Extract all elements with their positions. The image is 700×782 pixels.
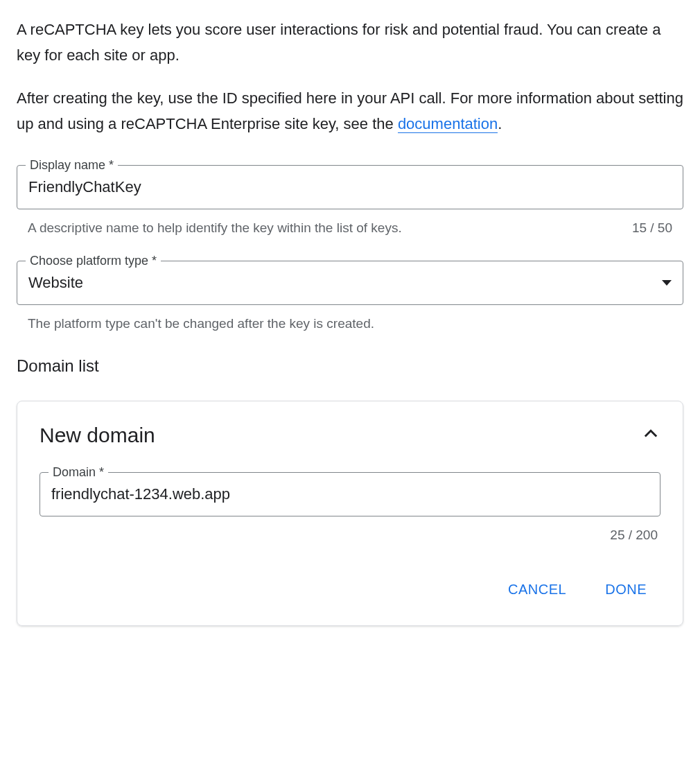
domain-label: Domain *	[49, 465, 108, 480]
documentation-link[interactable]: documentation	[398, 115, 498, 133]
platform-type-label: Choose platform type *	[26, 254, 161, 268]
platform-type-select[interactable]: Choose platform type * Website	[17, 261, 683, 305]
platform-type-value: Website	[28, 274, 83, 292]
display-name-field: Display name *	[17, 165, 683, 209]
domain-char-count: 25 / 200	[610, 528, 658, 543]
domain-field: Domain *	[40, 472, 660, 516]
platform-type-field: Choose platform type * Website	[17, 261, 683, 305]
display-name-label: Display name *	[26, 158, 118, 173]
display-name-char-count: 15 / 50	[632, 220, 672, 236]
domain-list-title: Domain list	[17, 356, 683, 376]
intro-paragraph-2: After creating the key, use the ID speci…	[17, 85, 683, 137]
chevron-up-icon[interactable]	[641, 424, 660, 446]
platform-type-helper: The platform type can't be changed after…	[28, 316, 672, 331]
cancel-button[interactable]: CANCEL	[505, 576, 569, 603]
new-domain-title: New domain	[40, 424, 155, 447]
intro-text: A reCAPTCHA key lets you score user inte…	[17, 17, 683, 137]
dropdown-icon	[662, 280, 672, 286]
domain-input[interactable]	[51, 485, 649, 503]
display-name-input[interactable]	[28, 178, 672, 196]
display-name-helper: A descriptive name to help identify the …	[28, 220, 621, 236]
intro-paragraph-1: A reCAPTCHA key lets you score user inte…	[17, 17, 683, 69]
done-button[interactable]: DONE	[602, 576, 649, 603]
new-domain-card: New domain Domain * 25 / 200 CANCEL DONE	[17, 401, 683, 626]
